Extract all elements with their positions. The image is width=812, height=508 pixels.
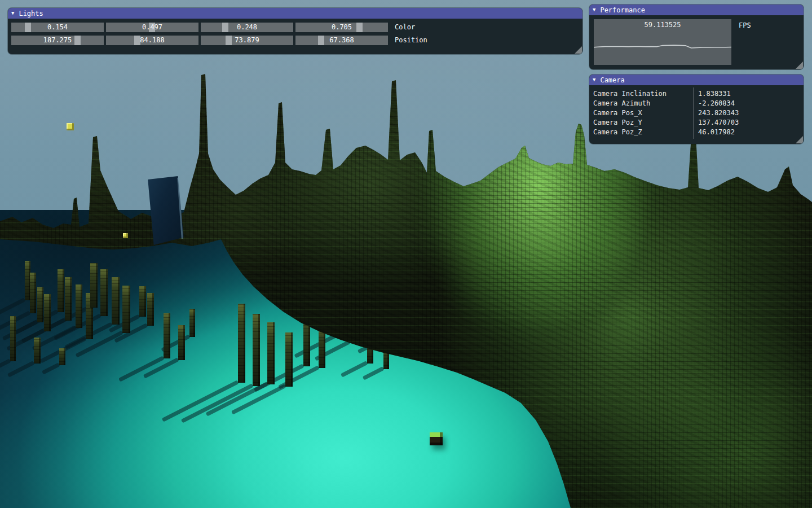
- camera-azimuth-label: Camera Azimuth: [589, 99, 694, 108]
- slider-color-3[interactable]: 0.248: [201, 23, 293, 32]
- voxel-pillar: [90, 263, 98, 308]
- panel-performance: ▼ Performance 59.113525 FPS: [589, 5, 804, 69]
- panel-lights-title: Lights: [19, 10, 43, 17]
- slider-position-1[interactable]: 187.275: [11, 36, 104, 45]
- resize-grip[interactable]: [575, 46, 582, 54]
- slider-position-4-value: 67.368: [295, 36, 388, 45]
- panel-camera-title: Camera: [600, 76, 624, 84]
- camera-pos-x-label: Camera Pos_X: [589, 108, 694, 118]
- voxel-pillar: [178, 325, 185, 360]
- voxel-pillar: [122, 286, 130, 333]
- camera-azimuth-value[interactable]: -2.260834: [694, 99, 735, 108]
- light-cube-small-icon: [123, 233, 128, 238]
- camera-row-inclination: Camera Inclination 1.838331: [589, 89, 804, 99]
- slider-color-4-value: 0.705: [295, 23, 388, 32]
- slider-position-1-value: 187.275: [11, 36, 104, 45]
- panel-camera-titlebar[interactable]: ▼ Camera: [589, 75, 804, 85]
- voxel-pillar: [10, 316, 16, 361]
- collapse-triangle-icon[interactable]: ▼: [593, 5, 595, 15]
- lights-color-row: 0.154 0.497 0.248 0.705 Color: [11, 23, 579, 32]
- camera-row-azimuth: Camera Azimuth -2.260834: [589, 99, 804, 108]
- voxel-pillar: [189, 309, 195, 337]
- voxel-pillar: [65, 277, 72, 321]
- slider-position-2-value: 84.188: [106, 36, 198, 45]
- voxel-pillar: [253, 314, 260, 386]
- camera-rows: Camera Inclination 1.838331 Camera Azimu…: [589, 89, 804, 137]
- camera-pos-x-value[interactable]: 243.820343: [694, 108, 739, 118]
- lights-body: 0.154 0.497 0.248 0.705 Color 187.275: [8, 19, 582, 45]
- panel-lights-titlebar[interactable]: ▼ Lights: [8, 8, 582, 19]
- slider-position-4[interactable]: 67.368: [295, 36, 388, 45]
- camera-row-pos-x: Camera Pos_X 243.820343: [589, 108, 804, 118]
- camera-inclination-value[interactable]: 1.838331: [694, 89, 731, 99]
- voxel-pillar: [30, 273, 36, 313]
- slider-position-2[interactable]: 84.188: [106, 36, 198, 45]
- voxel-pillar: [267, 322, 275, 384]
- voxel-pillar: [112, 277, 120, 325]
- slider-color-4[interactable]: 0.705: [295, 23, 388, 32]
- camera-poz-y-row: Camera Poz_Y 137.470703: [589, 118, 804, 128]
- fps-graph: 59.113525: [594, 19, 731, 65]
- resize-grip[interactable]: [796, 62, 803, 69]
- voxel-pillar: [59, 348, 65, 365]
- voxel-pillar: [58, 269, 64, 312]
- panel-lights: ▼ Lights 0.154 0.497 0.248 0.705 Color: [8, 8, 582, 54]
- panel-performance-title: Performance: [600, 6, 645, 14]
- fps-value: 59.113525: [594, 21, 731, 29]
- camera-poz-z-label: Camera Poz_Z: [589, 128, 694, 137]
- voxel-pillar: [164, 313, 170, 358]
- fps-label: FPS: [739, 21, 751, 29]
- panel-performance-titlebar[interactable]: ▼ Performance: [589, 5, 804, 15]
- lights-position-row: 187.275 84.188 73.879 67.368 Position: [11, 36, 579, 45]
- slider-color-2-value: 0.497: [106, 23, 198, 32]
- slider-position-3-value: 73.879: [201, 36, 293, 45]
- slider-color-3-value: 0.248: [201, 23, 293, 32]
- slider-color-2[interactable]: 0.497: [106, 23, 198, 32]
- lights-color-label: Color: [395, 23, 415, 32]
- voxel-pillar: [147, 293, 154, 326]
- voxel-pillar: [285, 332, 293, 387]
- camera-poz-z-value[interactable]: 46.017982: [694, 128, 735, 137]
- voxel-pillar: [76, 284, 82, 328]
- voxel-pillar: [139, 286, 146, 317]
- camera-poz-z-row: Camera Poz_Z 46.017982: [589, 128, 804, 137]
- grass-cube-icon: [430, 432, 443, 445]
- camera-poz-y-value[interactable]: 137.470703: [694, 118, 739, 128]
- slider-color-1[interactable]: 0.154: [11, 23, 104, 32]
- voxel-pillar: [238, 304, 245, 383]
- camera-column-divider: [694, 87, 694, 139]
- slider-color-1-value: 0.154: [11, 23, 104, 32]
- light-cube-icon: [67, 123, 74, 130]
- collapse-triangle-icon[interactable]: ▼: [593, 75, 595, 85]
- resize-grip[interactable]: [796, 136, 803, 143]
- collapse-triangle-icon[interactable]: ▼: [11, 8, 14, 19]
- voxel-pillar: [34, 338, 41, 364]
- lights-position-label: Position: [395, 36, 427, 45]
- panel-camera: ▼ Camera Camera Inclination 1.838331 Cam…: [589, 75, 804, 144]
- slider-position-3[interactable]: 73.879: [201, 36, 293, 45]
- camera-poz-y-label: Camera Poz_Y: [589, 118, 694, 128]
- voxel-pillar: [100, 269, 108, 316]
- camera-inclination-label: Camera Inclination: [589, 89, 694, 99]
- voxel-pillar: [37, 287, 43, 322]
- voxel-pillar: [44, 294, 51, 331]
